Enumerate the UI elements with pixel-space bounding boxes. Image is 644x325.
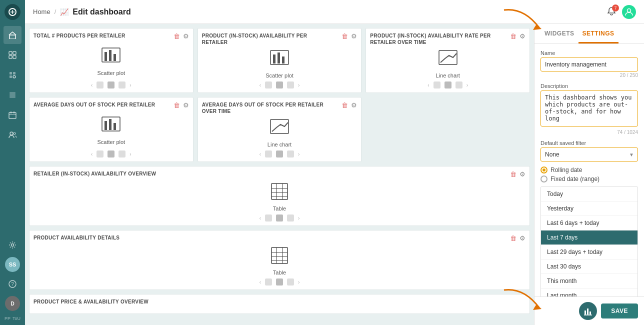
widget-settings-btn[interactable]: ⚙ <box>183 32 189 40</box>
app-logo[interactable] <box>4 4 20 20</box>
widget-settings-btn[interactable]: ⚙ <box>520 234 526 242</box>
widget-chart-type: Table <box>273 270 286 276</box>
page-dot-2[interactable] <box>108 82 114 88</box>
nav-pp-label: PP <box>4 316 10 321</box>
nav-settings[interactable] <box>4 236 22 254</box>
page-next[interactable]: › <box>466 82 468 88</box>
page-dot-2[interactable] <box>276 278 283 286</box>
widget-actions: 🗑 ⚙ <box>510 32 526 40</box>
nav-user-ss[interactable]: SS <box>5 257 20 272</box>
nav-grid[interactable] <box>4 46 22 64</box>
widget-delete-btn[interactable]: 🗑 <box>174 102 180 108</box>
page-dot-3[interactable] <box>287 150 294 158</box>
date-option-last-month[interactable]: Last month <box>541 288 638 296</box>
widget-delete-btn[interactable]: 🗑 <box>342 33 348 40</box>
widget-body: Scatter plot <box>34 112 189 148</box>
page-next[interactable]: › <box>298 82 300 88</box>
widget-settings-btn[interactable]: ⚙ <box>520 32 526 40</box>
top-user-avatar[interactable] <box>622 5 636 19</box>
page-prev[interactable]: ‹ <box>428 82 429 88</box>
date-option-yesterday[interactable]: Yesterday <box>541 202 638 216</box>
nav-calendar[interactable] <box>4 106 22 124</box>
widget-delete-btn[interactable]: 🗑 <box>174 33 180 40</box>
widget-settings-btn[interactable]: ⚙ <box>520 170 526 178</box>
page-title: Edit dashboard <box>72 8 130 16</box>
nav-home[interactable] <box>4 26 22 44</box>
nav-help[interactable]: ? <box>4 275 22 293</box>
widget-delete-btn[interactable]: 🗑 <box>342 102 348 108</box>
date-option-last6[interactable]: Last 6 days + today <box>541 216 638 230</box>
page-next[interactable]: › <box>298 280 300 285</box>
tab-settings[interactable]: Settings <box>578 24 618 44</box>
page-next[interactable]: › <box>130 152 131 157</box>
page-prev[interactable]: ‹ <box>260 280 261 285</box>
page-dot-3[interactable] <box>287 82 294 88</box>
notification-button[interactable]: 7 <box>607 6 616 18</box>
date-option-last7[interactable]: Last 7 days <box>541 230 638 245</box>
widget-settings-btn[interactable]: ⚙ <box>183 102 189 109</box>
date-option-today[interactable]: Today <box>541 187 638 202</box>
page-next[interactable]: › <box>298 152 300 157</box>
svg-rect-34 <box>272 184 288 200</box>
page-dot-1[interactable] <box>265 278 272 286</box>
page-dot-1[interactable] <box>96 82 104 88</box>
nav-users[interactable] <box>4 126 22 144</box>
page-prev[interactable]: ‹ <box>91 152 92 157</box>
breadcrumb: Home / 📈 Edit dashboard <box>33 8 131 16</box>
page-dot-1[interactable] <box>96 150 104 158</box>
page-dot-1[interactable] <box>434 82 440 88</box>
page-dot-2[interactable] <box>444 82 452 88</box>
svg-rect-13 <box>9 112 16 118</box>
filter-select[interactable]: None <box>540 148 638 162</box>
name-input[interactable] <box>540 58 638 72</box>
chart-type-btn[interactable] <box>579 302 597 320</box>
rolling-date-radio[interactable]: Rolling date <box>540 166 638 174</box>
home-link[interactable]: Home <box>33 8 50 16</box>
line-chart-icon <box>270 118 290 140</box>
widget-title: Product Availability Details <box>34 234 120 241</box>
svg-rect-11 <box>10 94 16 96</box>
date-option-last29[interactable]: Last 29 days + today <box>541 245 638 260</box>
panel-footer: SAVE <box>534 296 644 325</box>
description-textarea[interactable]: This dashboard shows you which products … <box>540 90 638 126</box>
page-dot-3[interactable] <box>287 278 294 286</box>
page-next[interactable]: › <box>130 82 131 88</box>
panel-tabs: Widgets Settings <box>534 24 644 44</box>
page-dot-1[interactable] <box>265 150 272 158</box>
page-dot-2[interactable] <box>276 82 283 88</box>
page-dot-2[interactable] <box>276 214 283 222</box>
widget-settings-btn[interactable]: ⚙ <box>351 32 357 40</box>
page-dot-1[interactable] <box>265 214 272 222</box>
page-dot-1[interactable] <box>265 82 272 88</box>
date-options-list: Today Yesterday Last 6 days + today Last… <box>540 186 638 296</box>
date-option-last30[interactable]: Last 30 days <box>541 260 638 274</box>
page-dot-3[interactable] <box>456 82 462 88</box>
svg-rect-21 <box>104 52 107 61</box>
page-prev[interactable]: ‹ <box>260 82 261 88</box>
page-dot-3[interactable] <box>118 82 126 88</box>
widget-delete-btn[interactable]: 🗑 <box>510 33 516 40</box>
page-prev[interactable]: ‹ <box>260 216 261 221</box>
widget-delete-btn[interactable]: 🗑 <box>510 171 516 178</box>
date-option-this-month[interactable]: This month <box>541 274 638 288</box>
nav-user-d[interactable]: D <box>5 296 20 311</box>
widget-settings-btn[interactable]: ⚙ <box>351 102 357 109</box>
svg-rect-28 <box>439 50 457 64</box>
page-dot-2[interactable] <box>108 150 114 158</box>
nav-plugins[interactable] <box>4 66 22 84</box>
widget-delete-btn[interactable]: 🗑 <box>510 235 516 242</box>
nav-data[interactable] <box>4 86 22 104</box>
page-prev[interactable]: ‹ <box>91 82 92 88</box>
page-next[interactable]: › <box>298 216 300 221</box>
widget-chart-type: Scatter plot <box>98 70 126 76</box>
save-button[interactable]: SAVE <box>601 304 638 318</box>
page-dot-3[interactable] <box>118 150 126 158</box>
fixed-date-radio[interactable]: Fixed date (range) <box>540 176 638 182</box>
page-prev[interactable]: ‹ <box>260 152 261 157</box>
widgets-row-2: Average Days Out Of Stock Per Retailer 🗑… <box>29 97 530 162</box>
widget-body: Scatter plot <box>34 43 189 80</box>
page-dot-3[interactable] <box>287 214 294 222</box>
page-dot-2[interactable] <box>276 150 283 158</box>
tab-widgets[interactable]: Widgets <box>540 24 578 44</box>
widget-chart-type: Table <box>273 206 286 212</box>
